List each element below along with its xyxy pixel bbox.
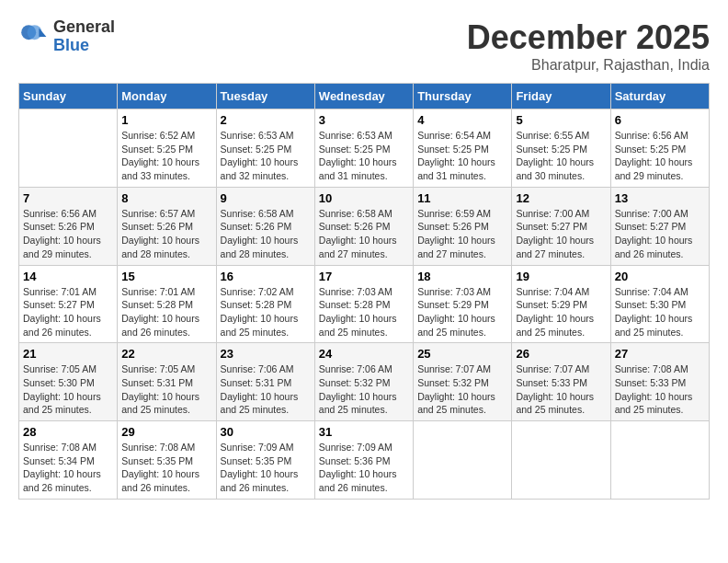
calendar-cell: 30Sunrise: 7:09 AM Sunset: 5:35 PM Dayli…	[216, 421, 314, 500]
day-number: 25	[417, 347, 507, 361]
day-number: 28	[23, 425, 113, 439]
calendar-cell: 1Sunrise: 6:52 AM Sunset: 5:25 PM Daylig…	[118, 109, 216, 188]
logo: General Blue	[18, 18, 115, 55]
calendar-cell: 11Sunrise: 6:59 AM Sunset: 5:26 PM Dayli…	[414, 187, 512, 265]
day-info: Sunrise: 7:07 AM Sunset: 5:33 PM Dayligh…	[516, 362, 606, 417]
day-number: 6	[615, 113, 705, 127]
day-info: Sunrise: 6:58 AM Sunset: 5:26 PM Dayligh…	[319, 207, 409, 261]
day-number: 31	[319, 425, 409, 439]
calendar-cell: 24Sunrise: 7:06 AM Sunset: 5:32 PM Dayli…	[314, 343, 413, 421]
calendar-week-row: 1Sunrise: 6:52 AM Sunset: 5:25 PM Daylig…	[19, 109, 710, 188]
day-number: 4	[417, 113, 507, 127]
calendar-cell: 6Sunrise: 6:56 AM Sunset: 5:25 PM Daylig…	[610, 109, 709, 188]
calendar-table: SundayMondayTuesdayWednesdayThursdayFrid…	[18, 83, 710, 500]
day-info: Sunrise: 6:59 AM Sunset: 5:26 PM Dayligh…	[417, 207, 507, 261]
day-number: 3	[319, 113, 409, 127]
day-number: 16	[221, 270, 311, 283]
day-number: 8	[121, 191, 211, 205]
day-info: Sunrise: 6:54 AM Sunset: 5:25 PM Dayligh…	[417, 129, 507, 183]
day-number: 17	[319, 270, 409, 283]
day-number: 7	[23, 191, 113, 205]
calendar-cell: 31Sunrise: 7:09 AM Sunset: 5:36 PM Dayli…	[314, 421, 413, 500]
day-info: Sunrise: 7:08 AM Sunset: 5:34 PM Dayligh…	[23, 441, 113, 495]
day-number: 24	[319, 347, 409, 361]
day-number: 9	[221, 191, 311, 205]
weekday-header-thursday: Thursday	[414, 84, 512, 109]
day-number: 19	[516, 270, 606, 283]
day-info: Sunrise: 7:01 AM Sunset: 5:27 PM Dayligh…	[23, 285, 113, 339]
day-info: Sunrise: 6:57 AM Sunset: 5:26 PM Dayligh…	[121, 207, 211, 261]
calendar-cell: 3Sunrise: 6:53 AM Sunset: 5:25 PM Daylig…	[314, 109, 413, 188]
day-number: 27	[615, 347, 705, 361]
calendar-cell	[414, 421, 512, 500]
day-info: Sunrise: 7:07 AM Sunset: 5:32 PM Dayligh…	[417, 362, 507, 417]
day-number: 1	[121, 113, 211, 127]
day-number: 13	[615, 191, 705, 205]
weekday-header-row: SundayMondayTuesdayWednesdayThursdayFrid…	[19, 84, 710, 109]
day-info: Sunrise: 6:53 AM Sunset: 5:25 PM Dayligh…	[319, 129, 409, 183]
calendar-cell: 29Sunrise: 7:08 AM Sunset: 5:35 PM Dayli…	[118, 421, 216, 500]
day-info: Sunrise: 7:01 AM Sunset: 5:28 PM Dayligh…	[121, 285, 211, 339]
calendar-cell: 16Sunrise: 7:02 AM Sunset: 5:28 PM Dayli…	[216, 265, 314, 343]
calendar-cell: 14Sunrise: 7:01 AM Sunset: 5:27 PM Dayli…	[19, 265, 118, 343]
calendar-cell: 26Sunrise: 7:07 AM Sunset: 5:33 PM Dayli…	[512, 343, 610, 421]
day-number: 26	[516, 347, 606, 361]
day-number: 5	[516, 113, 606, 127]
calendar-cell: 21Sunrise: 7:05 AM Sunset: 5:30 PM Dayli…	[19, 343, 118, 421]
calendar-cell: 22Sunrise: 7:05 AM Sunset: 5:31 PM Dayli…	[118, 343, 216, 421]
day-number: 15	[121, 270, 211, 283]
day-number: 23	[221, 347, 311, 361]
day-number: 2	[221, 113, 311, 127]
day-info: Sunrise: 7:09 AM Sunset: 5:36 PM Dayligh…	[319, 441, 409, 495]
day-info: Sunrise: 7:09 AM Sunset: 5:35 PM Dayligh…	[221, 441, 311, 495]
day-info: Sunrise: 6:52 AM Sunset: 5:25 PM Dayligh…	[121, 129, 211, 183]
day-info: Sunrise: 6:56 AM Sunset: 5:25 PM Dayligh…	[615, 129, 705, 183]
page-header: General Blue December 2025 Bharatpur, Ra…	[18, 18, 710, 74]
calendar-cell: 5Sunrise: 6:55 AM Sunset: 5:25 PM Daylig…	[512, 109, 610, 188]
logo-icon	[18, 22, 48, 52]
day-info: Sunrise: 6:53 AM Sunset: 5:25 PM Dayligh…	[221, 129, 311, 183]
calendar-week-row: 7Sunrise: 6:56 AM Sunset: 5:26 PM Daylig…	[19, 187, 710, 265]
month-title: December 2025	[467, 18, 710, 57]
day-number: 10	[319, 191, 409, 205]
calendar-cell: 8Sunrise: 6:57 AM Sunset: 5:26 PM Daylig…	[118, 187, 216, 265]
day-info: Sunrise: 7:06 AM Sunset: 5:32 PM Dayligh…	[319, 362, 409, 417]
calendar-cell: 18Sunrise: 7:03 AM Sunset: 5:29 PM Dayli…	[414, 265, 512, 343]
calendar-cell: 2Sunrise: 6:53 AM Sunset: 5:25 PM Daylig…	[216, 109, 314, 188]
calendar-cell	[19, 109, 118, 188]
day-number: 18	[417, 270, 507, 283]
day-info: Sunrise: 7:06 AM Sunset: 5:31 PM Dayligh…	[221, 362, 311, 417]
calendar-cell: 12Sunrise: 7:00 AM Sunset: 5:27 PM Dayli…	[512, 187, 610, 265]
calendar-cell: 19Sunrise: 7:04 AM Sunset: 5:29 PM Dayli…	[512, 265, 610, 343]
day-number: 12	[516, 191, 606, 205]
calendar-cell: 27Sunrise: 7:08 AM Sunset: 5:33 PM Dayli…	[610, 343, 709, 421]
logo-text: General Blue	[53, 18, 115, 55]
logo-general-text: General	[53, 18, 115, 37]
day-info: Sunrise: 7:05 AM Sunset: 5:30 PM Dayligh…	[23, 362, 113, 417]
day-number: 29	[121, 425, 211, 439]
day-info: Sunrise: 7:00 AM Sunset: 5:27 PM Dayligh…	[516, 207, 606, 261]
day-number: 30	[221, 425, 311, 439]
calendar-cell: 15Sunrise: 7:01 AM Sunset: 5:28 PM Dayli…	[118, 265, 216, 343]
day-info: Sunrise: 6:55 AM Sunset: 5:25 PM Dayligh…	[516, 129, 606, 183]
day-info: Sunrise: 7:04 AM Sunset: 5:29 PM Dayligh…	[516, 285, 606, 339]
day-info: Sunrise: 7:00 AM Sunset: 5:27 PM Dayligh…	[615, 207, 705, 261]
logo-blue-text: Blue	[53, 37, 115, 55]
day-info: Sunrise: 7:02 AM Sunset: 5:28 PM Dayligh…	[221, 285, 311, 339]
calendar-cell: 13Sunrise: 7:00 AM Sunset: 5:27 PM Dayli…	[610, 187, 709, 265]
day-info: Sunrise: 7:08 AM Sunset: 5:35 PM Dayligh…	[121, 441, 211, 495]
day-number: 20	[615, 270, 705, 283]
calendar-cell: 17Sunrise: 7:03 AM Sunset: 5:28 PM Dayli…	[314, 265, 413, 343]
day-info: Sunrise: 6:58 AM Sunset: 5:26 PM Dayligh…	[221, 207, 311, 261]
title-area: December 2025 Bharatpur, Rajasthan, Indi…	[467, 18, 710, 74]
weekday-header-friday: Friday	[512, 84, 610, 109]
weekday-header-tuesday: Tuesday	[216, 84, 314, 109]
day-info: Sunrise: 7:04 AM Sunset: 5:30 PM Dayligh…	[615, 285, 705, 339]
day-info: Sunrise: 7:03 AM Sunset: 5:28 PM Dayligh…	[319, 285, 409, 339]
calendar-cell: 23Sunrise: 7:06 AM Sunset: 5:31 PM Dayli…	[216, 343, 314, 421]
weekday-header-monday: Monday	[118, 84, 216, 109]
calendar-cell	[512, 421, 610, 500]
day-number: 21	[23, 347, 113, 361]
location-title: Bharatpur, Rajasthan, India	[467, 57, 710, 74]
day-info: Sunrise: 6:56 AM Sunset: 5:26 PM Dayligh…	[23, 207, 113, 261]
